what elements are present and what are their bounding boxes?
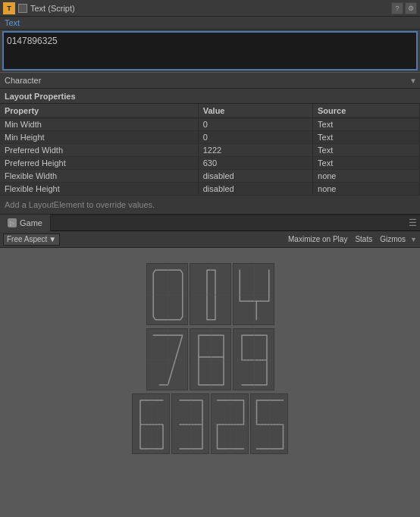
text-field-label: Text [0, 17, 420, 30]
cell-property: Flexible Height [0, 183, 198, 196]
game-tab-label: Game [20, 218, 42, 227]
stats-button[interactable]: Stats [352, 234, 375, 244]
table-row: Flexible Heightdisablednone [0, 183, 420, 196]
component-menu-button[interactable]: ⚙ [405, 2, 417, 14]
aspect-label: Free Aspect [7, 235, 47, 243]
component-reference-button[interactable]: ? [391, 2, 403, 14]
cell-property: Preferred Width [0, 144, 198, 157]
cell-source: Text [313, 118, 420, 131]
cell-property: Min Width [0, 118, 198, 131]
digit-card-6 [132, 393, 170, 454]
maximize-on-play-button[interactable]: Maximize on Play [285, 234, 350, 244]
digit-card-9 [233, 328, 274, 390]
tab-menu-icon[interactable]: ☰ [409, 218, 417, 228]
character-label: Character [5, 76, 41, 85]
cell-source: none [313, 183, 420, 196]
cell-value: 0 [198, 118, 312, 131]
digit-row [132, 393, 288, 454]
digit-row [146, 328, 274, 390]
game-tab[interactable]: ▷ Game [0, 215, 51, 231]
aspect-dropdown-arrow: ▼ [49, 235, 56, 243]
game-tab-icon: ▷ [8, 218, 17, 227]
digit-card-0 [146, 263, 188, 325]
table-row: Flexible Widthdisablednone [0, 170, 420, 183]
header-actions: ? ⚙ [391, 2, 417, 14]
component-enabled-checkbox[interactable] [18, 4, 27, 13]
cell-value: 0 [198, 131, 312, 144]
layout-note: Add a LayoutElement to override values. [0, 196, 420, 214]
character-section[interactable]: Character ▼ [0, 72, 420, 89]
table-header-row: Property Value Source [0, 104, 420, 118]
table-row: Min Width0Text [0, 118, 420, 131]
table-row: Preferred Width1222Text [0, 144, 420, 157]
text-input[interactable]: 0147896325 [2, 31, 418, 70]
game-view [0, 248, 420, 517]
cell-source: Text [313, 131, 420, 144]
cell-source: Text [313, 157, 420, 170]
digit-row [146, 263, 274, 325]
table-row: Min Height0Text [0, 131, 420, 144]
layout-properties-title: Layout Properties [5, 92, 76, 101]
digit-card-5 [250, 393, 288, 454]
table-row: Preferred Height630Text [0, 157, 420, 170]
digit-card-3 [171, 393, 209, 454]
layout-properties-header: Layout Properties [0, 89, 420, 104]
digit-card-8 [190, 328, 231, 390]
col-property: Property [0, 104, 198, 118]
aspect-dropdown[interactable]: Free Aspect ▼ [3, 233, 60, 246]
tab-right-actions: ☰ [409, 218, 417, 228]
gizmos-dropdown-arrow[interactable]: ▼ [410, 236, 417, 243]
component-icon: T [3, 2, 15, 14]
cell-value: 630 [198, 157, 312, 170]
digit-card-2 [211, 393, 249, 454]
cell-value: 1222 [198, 144, 312, 157]
layout-properties-panel: Property Value Source Min Width0TextMin … [0, 104, 420, 215]
cell-value: disabled [198, 170, 312, 183]
col-value: Value [198, 104, 312, 118]
cell-property: Min Height [0, 131, 198, 144]
cell-property: Flexible Width [0, 170, 198, 183]
cell-source: Text [313, 144, 420, 157]
digit-card-7 [146, 328, 188, 390]
component-header: T Text (Script) ? ⚙ [0, 0, 420, 17]
digit-card-4 [233, 263, 274, 325]
svg-rect-12 [190, 329, 231, 390]
cell-property: Preferred Height [0, 157, 198, 170]
gizmos-button[interactable]: Gizmos [377, 234, 409, 244]
cell-value: disabled [198, 183, 312, 196]
digit-card-1 [190, 263, 231, 325]
cell-source: none [313, 170, 420, 183]
col-source: Source [313, 104, 420, 118]
digit-grid [132, 263, 288, 454]
character-expand-icon: ▼ [409, 77, 417, 85]
component-title: Text (Script) [30, 4, 388, 13]
game-tab-bar: ▷ Game ☰ [0, 215, 420, 231]
svg-rect-3 [190, 264, 231, 325]
game-toolbar: Free Aspect ▼ Maximize on Play Stats Giz… [0, 231, 420, 248]
properties-table: Property Value Source Min Width0TextMin … [0, 104, 420, 196]
